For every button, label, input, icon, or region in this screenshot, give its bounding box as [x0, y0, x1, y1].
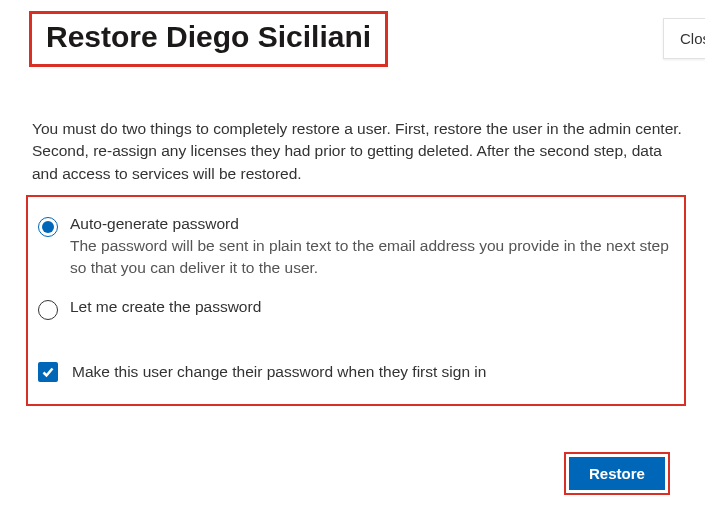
restore-button[interactable]: Restore — [569, 457, 665, 490]
radio-option-manual[interactable]: Let me create the password — [38, 298, 674, 320]
radio-manual-icon[interactable] — [38, 300, 58, 320]
restore-description: You must do two things to completely res… — [32, 118, 687, 185]
password-options-highlight-frame: Auto-generate password The password will… — [26, 195, 686, 406]
radio-auto-generate-icon[interactable] — [38, 217, 58, 237]
radio-auto-generate-description: The password will be sent in plain text … — [70, 235, 674, 280]
close-button[interactable]: Close — [663, 18, 705, 59]
radio-option-auto-generate[interactable]: Auto-generate password The password will… — [38, 215, 674, 280]
checkbox-force-change-label: Make this user change their password whe… — [72, 363, 486, 381]
title-highlight-frame: Restore Diego Siciliani — [29, 11, 388, 67]
radio-manual-content: Let me create the password — [70, 298, 674, 316]
checkbox-force-change[interactable]: Make this user change their password whe… — [38, 362, 674, 382]
radio-auto-generate-content: Auto-generate password The password will… — [70, 215, 674, 280]
checkbox-checked-icon[interactable] — [38, 362, 58, 382]
page-title: Restore Diego Siciliani — [46, 20, 371, 54]
radio-manual-label: Let me create the password — [70, 298, 674, 316]
restore-button-highlight-frame: Restore — [564, 452, 670, 495]
radio-auto-generate-label: Auto-generate password — [70, 215, 674, 233]
